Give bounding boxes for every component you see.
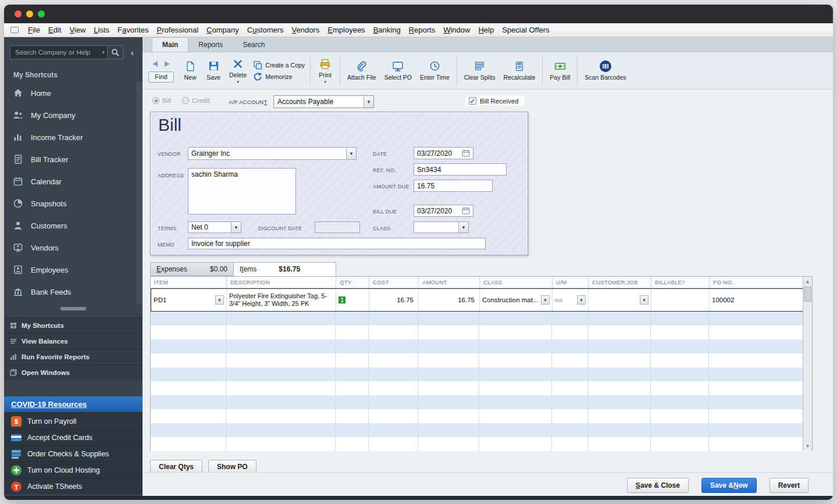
section-view-balances[interactable]: View Balances [4, 333, 143, 349]
empty-cell[interactable] [479, 353, 552, 367]
empty-cell[interactable] [336, 437, 369, 451]
empty-cell[interactable] [418, 353, 479, 367]
empty-cell[interactable] [151, 409, 226, 423]
section-open-windows[interactable]: Open Windows [4, 364, 143, 380]
menu-reports[interactable]: Reports [405, 24, 440, 35]
dropdown-caret-icon[interactable]: ▼ [215, 295, 224, 305]
create-copy-button[interactable]: Create a Copy [253, 60, 305, 70]
memorize-button[interactable]: Memorize [253, 72, 305, 81]
cell-um[interactable]: ea ▼ [553, 289, 589, 311]
dropdown-caret-icon[interactable]: ▼ [346, 148, 356, 159]
menu-banking[interactable]: Banking [369, 24, 405, 35]
empty-cell[interactable] [651, 353, 709, 367]
clear-splits-button[interactable]: Clear Splits [460, 59, 500, 83]
empty-cell[interactable] [369, 423, 418, 437]
empty-cell[interactable] [151, 353, 226, 367]
empty-cell[interactable] [709, 423, 803, 437]
empty-cell[interactable] [336, 409, 369, 423]
cell-description[interactable]: Polyester Fire Extinguisher Tag, 5-3/4" … [227, 289, 336, 311]
menu-customers[interactable]: Customers [243, 24, 288, 35]
empty-cell[interactable] [651, 367, 709, 381]
dropdown-caret-icon[interactable]: ▼ [231, 222, 241, 233]
print-button[interactable]: Print ▾ [314, 56, 337, 84]
find-button[interactable]: Find [148, 72, 174, 83]
empty-cell[interactable] [588, 339, 651, 353]
empty-cell[interactable] [151, 339, 226, 353]
empty-cell[interactable] [588, 381, 651, 395]
ap-account-select[interactable]: Accounts Payable ▼ [273, 95, 374, 108]
calendar-picker-icon[interactable] [462, 149, 470, 157]
collapse-sidebar-button[interactable]: ‹ [131, 48, 134, 58]
table-scrollbar[interactable]: ▲ ▼ [803, 277, 812, 451]
sidebar-item-customers[interactable]: Customers [4, 215, 136, 237]
attach-file-button[interactable]: Attach File [343, 59, 380, 83]
empty-cell[interactable] [151, 381, 226, 395]
new-button[interactable]: New [179, 59, 202, 83]
sidebar-scrollbar[interactable] [136, 82, 143, 304]
back-arrow-icon[interactable] [151, 59, 159, 70]
sidebar-resize-handle[interactable] [60, 307, 86, 310]
section-run-favorite-reports[interactable]: Run Favorite Reports [4, 349, 143, 364]
empty-cell[interactable] [369, 395, 418, 409]
menu-window[interactable]: Window [439, 24, 474, 35]
search-button[interactable] [108, 45, 123, 59]
cell-cost[interactable]: 16.75 [369, 289, 419, 311]
sidebar-item-snapshots[interactable]: Snapshots [4, 192, 136, 215]
empty-cell[interactable] [226, 367, 336, 381]
scan-barcodes-button[interactable]: Scan Barcodes [580, 59, 630, 83]
empty-cell[interactable] [552, 395, 588, 409]
forward-arrow-icon[interactable] [163, 59, 171, 70]
empty-cell[interactable] [588, 437, 651, 451]
empty-cell[interactable] [552, 409, 588, 423]
empty-cell[interactable] [479, 423, 552, 437]
empty-cell[interactable] [479, 395, 552, 409]
zoom-window-button[interactable] [38, 10, 45, 17]
empty-cell[interactable] [369, 353, 418, 367]
cell-class[interactable]: Construction mat... ▼ [480, 289, 553, 311]
ref-no-field[interactable]: Sn3434 [414, 163, 507, 176]
empty-cell[interactable] [369, 367, 418, 381]
empty-cell[interactable] [651, 423, 709, 437]
dropdown-caret-icon[interactable]: ▼ [541, 295, 550, 305]
empty-cell[interactable] [226, 339, 336, 353]
empty-cell[interactable] [588, 409, 651, 423]
pay-bill-button[interactable]: Pay Bill [546, 59, 574, 83]
empty-cell[interactable] [552, 312, 588, 326]
tab-items[interactable]: Items $16.75 [234, 262, 336, 276]
empty-cell[interactable] [552, 353, 588, 367]
delete-button[interactable]: Delete ▾ [225, 56, 251, 84]
promo-cloud-hosting[interactable]: Turn on Cloud Hosting [4, 462, 143, 478]
vendor-select[interactable]: Grainger Inc ▼ [188, 147, 357, 160]
empty-cell[interactable] [226, 353, 336, 367]
print-caret-icon[interactable]: ▾ [324, 81, 326, 83]
empty-cell[interactable] [709, 381, 803, 395]
menu-company[interactable]: Company [202, 24, 243, 35]
table-empty-row[interactable] [151, 423, 812, 437]
terms-select[interactable]: Net 0 ▼ [188, 221, 241, 233]
table-empty-row[interactable] [151, 312, 812, 326]
promo-accept-credit-cards[interactable]: Accept Credit Cards [4, 429, 143, 445]
empty-cell[interactable] [336, 395, 369, 409]
table-empty-row[interactable] [151, 326, 812, 339]
discount-date-field[interactable] [315, 221, 360, 233]
empty-cell[interactable] [151, 423, 226, 437]
empty-cell[interactable] [479, 339, 552, 353]
empty-cell[interactable] [418, 395, 479, 409]
empty-cell[interactable] [369, 381, 418, 395]
search-input[interactable]: Search Company or Help ▾ [10, 45, 108, 59]
menu-favorites[interactable]: Favorites [113, 24, 152, 35]
empty-cell[interactable] [588, 395, 651, 409]
bill-received-checkbox[interactable]: ✓ [469, 97, 476, 105]
empty-cell[interactable] [151, 367, 226, 381]
empty-cell[interactable] [709, 326, 803, 339]
table-empty-row[interactable] [151, 367, 812, 381]
bill-received-field[interactable]: ✓ Bill Received [465, 96, 524, 106]
empty-cell[interactable] [651, 339, 709, 353]
empty-cell[interactable] [651, 395, 709, 409]
empty-cell[interactable] [151, 437, 226, 451]
sidebar-item-employees[interactable]: Employees [4, 259, 136, 281]
menu-special-offers[interactable]: Special Offers [498, 24, 553, 35]
empty-cell[interactable] [552, 326, 588, 339]
cell-item[interactable]: PD1 ▼ [151, 289, 227, 311]
table-empty-row[interactable] [151, 437, 812, 451]
